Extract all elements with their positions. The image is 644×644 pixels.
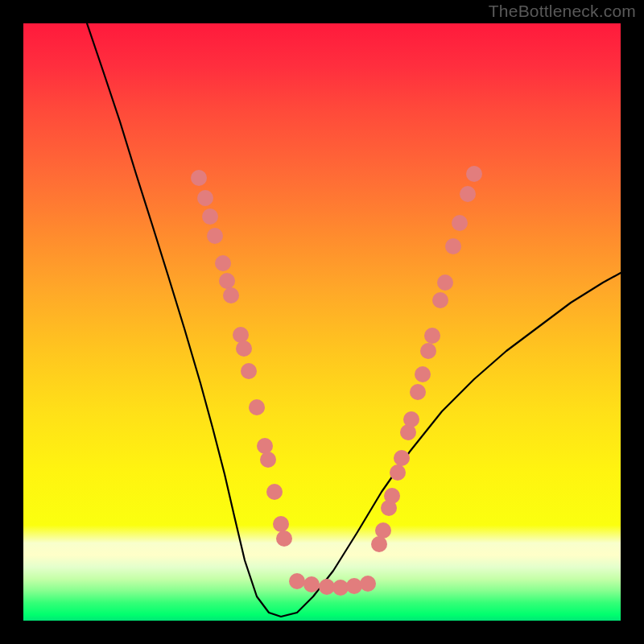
marker-left-cluster <box>191 170 207 186</box>
marker-left-cluster <box>202 208 218 225</box>
marker-right-cluster <box>420 343 436 359</box>
marker-bottom-cluster <box>319 579 335 595</box>
curve-bottleneck-curve <box>87 23 621 617</box>
marker-right-cluster <box>445 238 461 254</box>
marker-right-cluster <box>466 166 482 182</box>
marker-right-cluster <box>437 275 453 291</box>
marker-right-cluster <box>403 411 419 427</box>
chart-plot-area <box>23 23 621 621</box>
marker-left-cluster <box>215 255 231 271</box>
marker-left-cluster <box>266 484 283 500</box>
marker-right-cluster <box>375 522 391 539</box>
marker-right-cluster <box>415 366 431 382</box>
marker-left-cluster <box>257 438 273 454</box>
marker-left-cluster <box>207 228 223 244</box>
marker-right-cluster <box>460 186 476 202</box>
marker-right-cluster <box>384 488 400 504</box>
marker-left-cluster <box>260 452 276 468</box>
marker-right-cluster <box>410 384 426 400</box>
marker-bottom-cluster <box>289 573 305 589</box>
marker-right-cluster <box>424 328 440 344</box>
marker-left-cluster <box>236 341 252 357</box>
marker-left-cluster <box>233 327 249 343</box>
marker-left-cluster <box>249 399 265 415</box>
watermark-text: TheBottleneck.com <box>489 2 636 21</box>
marker-left-cluster <box>273 516 289 532</box>
marker-bottom-cluster <box>346 578 362 594</box>
marker-right-cluster <box>452 215 468 231</box>
marker-left-cluster <box>276 530 292 547</box>
marker-right-cluster <box>432 292 448 308</box>
marker-bottom-cluster <box>360 576 376 592</box>
marker-left-cluster <box>197 190 213 206</box>
marker-left-cluster <box>219 273 235 289</box>
marker-left-cluster <box>241 363 257 379</box>
marker-left-cluster <box>223 287 239 303</box>
marker-bottom-cluster <box>332 580 349 596</box>
marker-right-cluster <box>371 536 387 552</box>
marker-bottom-cluster <box>303 576 320 592</box>
marker-right-cluster <box>390 464 406 481</box>
marker-right-cluster <box>394 450 410 466</box>
chart-canvas <box>23 23 621 621</box>
